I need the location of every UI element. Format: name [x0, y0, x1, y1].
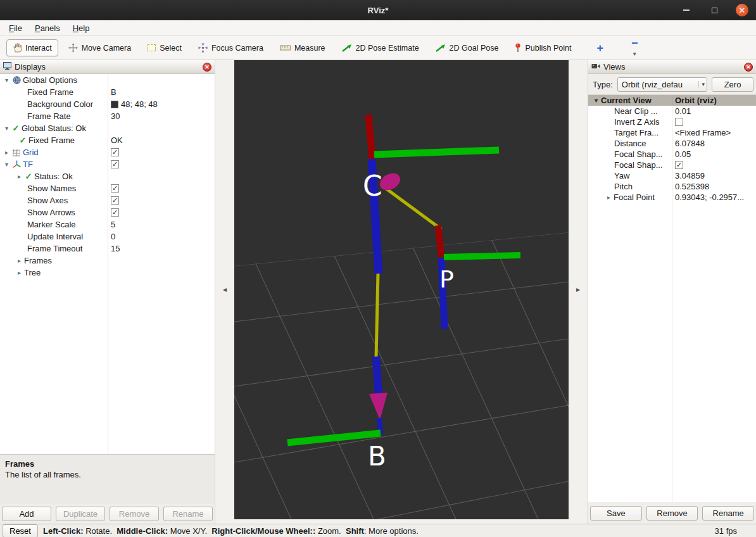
zero-button[interactable]: Zero: [712, 77, 753, 92]
maximize-icon: [712, 8, 717, 13]
rename-button[interactable]: Rename: [163, 507, 213, 521]
views-panel-header[interactable]: Views ✕: [588, 60, 756, 74]
marker-scale-value[interactable]: 5: [108, 218, 215, 231]
menu-file[interactable]: File: [3, 22, 28, 35]
tf-enabled-checkbox[interactable]: [111, 160, 119, 168]
select-tool-button[interactable]: Select: [141, 40, 188, 56]
move-camera-tool-button[interactable]: Move Camera: [62, 39, 138, 56]
center-area: ◂: [215, 60, 588, 524]
fixed-frame-value[interactable]: B: [108, 86, 215, 98]
expander-right-icon[interactable]: ▸: [605, 194, 613, 201]
collapse-left-dock-button[interactable]: ◂: [215, 60, 234, 519]
expander-down-icon[interactable]: ▾: [3, 77, 11, 84]
maximize-button[interactable]: [708, 4, 721, 16]
row-show-axes[interactable]: Show Axes: [0, 194, 215, 206]
focal-point-value[interactable]: 0.93043; -0.2957...: [672, 192, 756, 203]
row-frame-rate[interactable]: Frame Rate 30: [0, 110, 215, 122]
row-target-frame[interactable]: Target Fra... <Fixed Frame>: [588, 127, 756, 138]
expander-down-icon[interactable]: ▾: [3, 125, 11, 132]
row-background-color[interactable]: Background Color 48; 48; 48: [0, 98, 215, 110]
view-type-dropdown[interactable]: Orbit (rviz_defau ▾: [617, 77, 707, 92]
interact-tool-button[interactable]: Interact: [6, 39, 58, 56]
displays-panel-header[interactable]: Displays ✕: [0, 60, 215, 74]
grid-enabled-checkbox[interactable]: [111, 148, 119, 156]
focal-shape-size-value[interactable]: 0.05: [672, 149, 756, 160]
row-global-status-fixed-frame[interactable]: ✓ Fixed Frame OK: [0, 134, 215, 146]
close-button[interactable]: ✕: [736, 4, 748, 16]
window-controls: ✕: [680, 0, 748, 20]
expander-down-icon[interactable]: ▾: [3, 161, 11, 168]
row-grid[interactable]: ▸ Grid: [0, 146, 215, 158]
focal-shape-checkbox[interactable]: [675, 161, 683, 169]
green-arrow-icon: [436, 44, 446, 52]
background-color-value[interactable]: 48; 48; 48: [108, 98, 215, 110]
remove-button[interactable]: Remove: [110, 507, 159, 521]
show-arrows-checkbox[interactable]: [111, 208, 119, 217]
row-tf[interactable]: ▾ TF: [0, 158, 215, 170]
row-distance[interactable]: Distance 6.07848: [588, 138, 756, 149]
duplicate-button[interactable]: Duplicate: [56, 507, 105, 521]
row-invert-z-axis[interactable]: Invert Z Axis: [588, 117, 756, 127]
target-frame-value[interactable]: <Fixed Frame>: [672, 127, 756, 138]
add-button[interactable]: Add: [2, 507, 51, 521]
invert-z-checkbox[interactable]: [675, 118, 683, 126]
row-update-interval[interactable]: Update Interval 0: [0, 231, 215, 243]
focus-crosshair-icon: [198, 43, 208, 53]
expander-right-icon[interactable]: ▸: [15, 173, 23, 180]
frame-timeout-value[interactable]: 15: [108, 243, 215, 255]
row-near-clip[interactable]: Near Clip ... 0.01: [588, 106, 756, 117]
save-view-button[interactable]: Save: [590, 506, 642, 521]
chevron-down-icon[interactable]: ▼: [632, 51, 637, 57]
row-current-view[interactable]: ▾ Current View Orbit (rviz): [588, 95, 756, 106]
frame-rate-value[interactable]: 30: [108, 110, 215, 122]
rename-view-button[interactable]: Rename: [702, 506, 754, 521]
measure-tool-button[interactable]: Measure: [274, 40, 332, 56]
row-marker-scale[interactable]: Marker Scale 5: [0, 218, 215, 231]
focus-camera-tool-button[interactable]: Focus Camera: [192, 39, 270, 56]
remove-tool-button[interactable]: − ▼: [625, 35, 645, 61]
update-interval-value[interactable]: 0: [108, 231, 215, 243]
minimize-button[interactable]: [680, 4, 693, 16]
menu-help[interactable]: Help: [66, 22, 96, 35]
row-tf-status[interactable]: ▸ ✓ Status: Ok: [0, 170, 215, 182]
collapse-right-dock-button[interactable]: ▸: [569, 60, 588, 519]
selection-box-icon: [148, 44, 156, 51]
title-bar[interactable]: RViz* ✕: [0, 0, 756, 20]
expander-down-icon[interactable]: ▾: [592, 97, 600, 104]
frame-label-c: C: [363, 170, 382, 202]
row-global-status[interactable]: ▾ ✓ Global Status: Ok: [0, 122, 215, 134]
expander-right-icon[interactable]: ▸: [15, 257, 23, 264]
show-names-checkbox[interactable]: [111, 184, 119, 193]
menu-panels[interactable]: Panels: [28, 22, 66, 35]
remove-view-button[interactable]: Remove: [646, 506, 698, 521]
goal-pose-tool-button[interactable]: 2D Goal Pose: [429, 40, 505, 56]
expander-right-icon[interactable]: ▸: [15, 269, 23, 276]
row-fixed-frame[interactable]: Fixed Frame B: [0, 86, 215, 98]
pitch-value[interactable]: 0.525398: [672, 181, 756, 192]
chevron-left-icon: ◂: [223, 285, 227, 294]
add-tool-button[interactable]: +: [590, 40, 610, 56]
yaw-value[interactable]: 3.04859: [672, 170, 756, 181]
row-frames[interactable]: ▸ Frames: [0, 255, 215, 267]
row-show-arrows[interactable]: Show Arrows: [0, 206, 215, 218]
pose-estimate-tool-button[interactable]: 2D Pose Estimate: [336, 40, 425, 56]
show-axes-checkbox[interactable]: [111, 196, 119, 205]
row-focal-point[interactable]: ▸ Focal Point 0.93043; -0.2957...: [588, 192, 756, 203]
row-yaw[interactable]: Yaw 3.04859: [588, 170, 756, 181]
row-focal-shape-size[interactable]: Focal Shap... 0.05: [588, 149, 756, 160]
row-global-options[interactable]: ▾ Global Options: [0, 74, 215, 86]
reset-button[interactable]: Reset: [3, 524, 38, 537]
row-frame-timeout[interactable]: Frame Timeout 15: [0, 243, 215, 255]
views-close-button[interactable]: ✕: [744, 63, 753, 72]
3d-scene[interactable]: C P B: [234, 60, 569, 519]
displays-close-button[interactable]: ✕: [203, 63, 211, 72]
near-clip-value[interactable]: 0.01: [672, 106, 756, 117]
row-show-names[interactable]: Show Names: [0, 182, 215, 194]
publish-point-tool-button[interactable]: Publish Point: [508, 39, 577, 56]
3d-viewport[interactable]: C P B: [234, 60, 569, 519]
expander-right-icon[interactable]: ▸: [3, 149, 11, 156]
row-focal-shape-fixed[interactable]: Focal Shap...: [588, 160, 756, 170]
row-tree[interactable]: ▸ Tree: [0, 267, 215, 279]
distance-value[interactable]: 6.07848: [672, 138, 756, 149]
row-pitch[interactable]: Pitch 0.525398: [588, 181, 756, 192]
